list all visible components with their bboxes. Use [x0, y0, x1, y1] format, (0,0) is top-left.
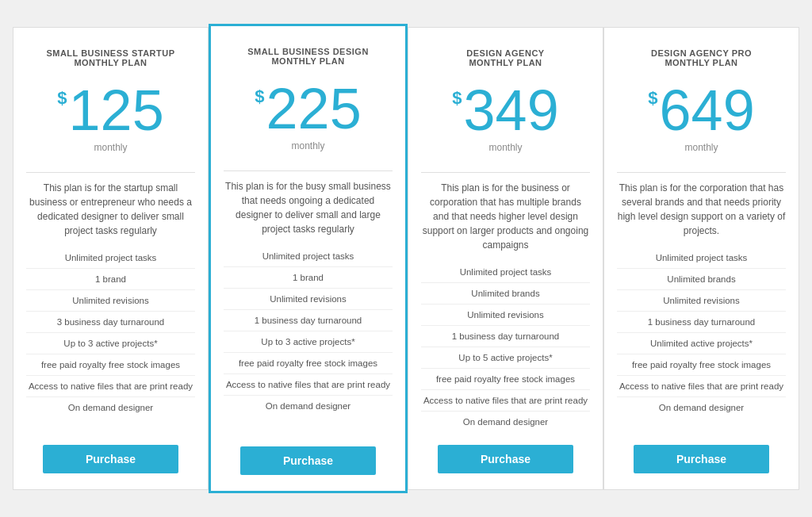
pricing-container: SMALL BUSINESS STARTUPMONTHLY PLAN $ 125…: [13, 27, 799, 490]
feature-item: free paid royalty free stock images: [26, 354, 195, 376]
feature-item: Unlimited revisions: [421, 304, 590, 326]
plan-description-design: This plan is for the busy small business…: [224, 179, 393, 236]
price-dollar-startup: $: [57, 88, 67, 109]
purchase-button-agency-pro[interactable]: Purchase: [634, 445, 768, 473]
plan-title-design: SMALL BUSINESS DESIGNMONTHLY PLAN: [247, 42, 369, 71]
feature-item: Unlimited active projects*: [617, 333, 786, 354]
feature-item: On demand designer: [617, 397, 786, 418]
price-period-agency-pro: monthly: [684, 142, 718, 153]
feature-item: free paid royalty free stock images: [224, 353, 393, 374]
price-amount-design: 225: [266, 80, 362, 137]
feature-item: On demand designer: [26, 397, 195, 418]
plan-description-agency: This plan is for the business or corpora…: [421, 181, 590, 252]
purchase-button-design[interactable]: Purchase: [240, 446, 375, 475]
feature-item: Unlimited brands: [421, 283, 590, 304]
divider-startup: [26, 172, 195, 173]
plan-title-agency-pro: DESIGN AGENCY PROMONTHLY PLAN: [651, 44, 752, 72]
price-period-startup: monthly: [94, 142, 127, 153]
feature-list-agency-pro: Unlimited project tasksUnlimited brandsU…: [617, 247, 786, 432]
price-amount-startup: 125: [69, 82, 164, 139]
feature-item: Unlimited project tasks: [617, 247, 786, 269]
price-amount-agency: 349: [464, 82, 559, 139]
feature-item: Unlimited brands: [617, 269, 786, 290]
price-dollar-design: $: [255, 86, 264, 107]
price-amount-agency-pro: 649: [660, 82, 755, 139]
feature-item: 1 business day turnaround: [421, 326, 590, 347]
feature-list-design: Unlimited project tasks1 brandUnlimited …: [224, 246, 393, 434]
feature-item: Up to 3 active projects*: [224, 331, 393, 353]
divider-design: [224, 170, 393, 171]
feature-item: free paid royalty free stock images: [421, 369, 590, 390]
price-period-agency: monthly: [488, 142, 522, 153]
purchase-button-agency[interactable]: Purchase: [438, 445, 573, 473]
feature-item: Access to native files that are print re…: [421, 390, 590, 412]
feature-item: 1 business day turnaround: [617, 312, 786, 333]
feature-list-agency: Unlimited project tasksUnlimited brandsU…: [421, 262, 590, 432]
price-block-startup: $ 125: [57, 82, 163, 139]
price-block-agency-pro: $ 649: [648, 82, 754, 139]
feature-item: Unlimited revisions: [26, 290, 195, 312]
purchase-button-startup[interactable]: Purchase: [43, 445, 178, 473]
plan-description-startup: This plan is for the startup small busin…: [26, 181, 195, 238]
feature-item: Access to native files that are print re…: [224, 374, 393, 396]
plan-title-agency: DESIGN AGENCYMONTHLY PLAN: [466, 44, 544, 72]
feature-item: 1 business day turnaround: [224, 310, 393, 331]
plan-description-agency-pro: This plan is for the corporation that ha…: [617, 181, 786, 238]
plan-card-agency: DESIGN AGENCYMONTHLY PLAN $ 349 monthly …: [408, 27, 603, 490]
feature-item: Unlimited project tasks: [26, 247, 195, 269]
feature-item: Access to native files that are print re…: [26, 376, 195, 397]
feature-item: On demand designer: [224, 396, 393, 416]
feature-item: Unlimited project tasks: [224, 246, 393, 267]
feature-item: free paid royalty free stock images: [617, 354, 786, 376]
feature-list-startup: Unlimited project tasks1 brandUnlimited …: [26, 247, 195, 432]
feature-item: 3 business day turnaround: [26, 312, 195, 333]
feature-item: Unlimited revisions: [617, 290, 786, 312]
feature-item: Up to 5 active projects*: [421, 347, 590, 369]
price-dollar-agency: $: [452, 88, 462, 109]
plan-card-design: SMALL BUSINESS DESIGNMONTHLY PLAN $ 225 …: [209, 24, 408, 493]
price-block-design: $ 225: [255, 80, 361, 137]
price-dollar-agency-pro: $: [648, 88, 657, 109]
price-period-design: monthly: [291, 140, 324, 151]
plan-title-startup: SMALL BUSINESS STARTUPMONTHLY PLAN: [46, 44, 174, 72]
feature-item: Unlimited project tasks: [421, 262, 590, 283]
feature-item: Up to 3 active projects*: [26, 333, 195, 354]
plan-card-startup: SMALL BUSINESS STARTUPMONTHLY PLAN $ 125…: [13, 27, 209, 490]
feature-item: On demand designer: [421, 412, 590, 432]
feature-item: Unlimited revisions: [224, 289, 393, 310]
feature-item: Access to native files that are print re…: [617, 376, 786, 397]
plan-card-agency-pro: DESIGN AGENCY PROMONTHLY PLAN $ 649 mont…: [603, 27, 799, 490]
price-block-agency: $ 349: [452, 82, 558, 139]
divider-agency: [421, 172, 590, 173]
feature-item: 1 brand: [26, 269, 195, 290]
divider-agency-pro: [617, 172, 786, 173]
feature-item: 1 brand: [224, 267, 393, 289]
